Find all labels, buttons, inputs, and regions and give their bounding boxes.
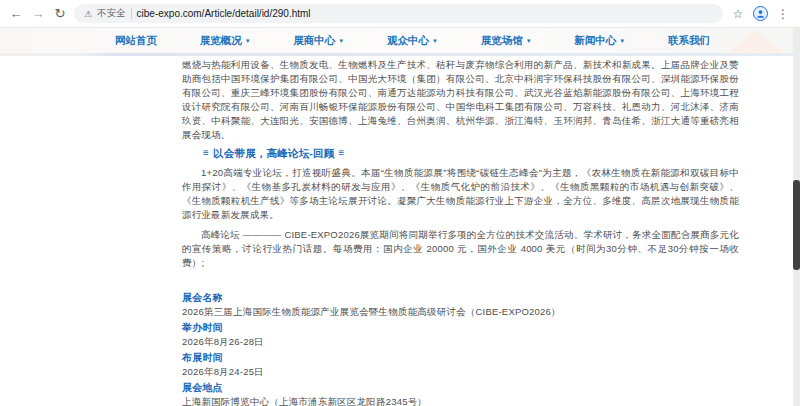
- nav-decoration: [726, 30, 786, 54]
- reload-icon[interactable]: ↻: [52, 6, 68, 22]
- section-exhibition-name: 展会名称 2026第三届上海国际生物质能源产业展览会暨生物质能高级研讨会（CIB…: [182, 291, 739, 319]
- profile-avatar[interactable]: [753, 6, 768, 21]
- section-event-dates: 举办时间 2026年8月26-28日: [182, 321, 739, 349]
- nav-item-visitor-center[interactable]: 观众中心 ▼: [387, 34, 438, 48]
- section-text: 2026年8月24-25日: [182, 365, 739, 379]
- section-text: 2026年8月26-28日: [182, 335, 739, 349]
- browser-menu-icon[interactable]: ⋮: [774, 7, 792, 21]
- chevron-down-icon: ▼: [619, 38, 625, 44]
- section-title: 举办时间: [182, 321, 739, 335]
- nav-item-label: 网站首页: [115, 34, 157, 48]
- person-icon: [756, 9, 765, 18]
- chevron-down-icon: ▼: [338, 38, 344, 44]
- page-scrollbar[interactable]: [793, 28, 800, 406]
- not-secure-label[interactable]: 不安全: [97, 7, 126, 20]
- forum-review-heading: ≡ 以会带展，高峰论坛-回顾 ≡: [182, 146, 739, 160]
- article-content: 燃烧与热能利用设备、生物质发电、生物燃料及生产技术、秸秆与废弃物综合利用的新产品…: [182, 58, 739, 406]
- chevron-down-icon: ▼: [432, 38, 438, 44]
- nav-item-label: 展览场馆: [481, 34, 523, 48]
- nav-item-label: 联系我们: [668, 34, 710, 48]
- forward-icon[interactable]: →: [30, 6, 46, 22]
- summit-paragraph: 高峰论坛 ———— CIBE-EXPO2026展览期间将同期举行多项的全方位的技…: [182, 228, 739, 270]
- address-bar-divider: [131, 8, 132, 19]
- nav-item-label: 观众中心: [387, 34, 429, 48]
- not-secure-warning-icon: ⚠: [84, 9, 92, 19]
- nav-item-label: 新闻中心: [574, 34, 616, 48]
- chevron-down-icon: ▼: [245, 38, 251, 44]
- nav-item-contact-us[interactable]: 联系我们: [668, 34, 710, 48]
- section-text: 上海新国际博览中心（上海市浦东新区区龙阳路2345号）: [182, 395, 739, 406]
- nav-item-label: 展商中心: [293, 34, 335, 48]
- forum-paragraph: 1+20高端专业论坛，打造视听盛典。本届“生物质能源展”将围绕“碳链生态峰会”为…: [182, 166, 739, 222]
- nav-item-home[interactable]: 网站首页: [115, 34, 157, 48]
- scrollbar-thumb[interactable]: [793, 180, 800, 270]
- section-title: 布展时间: [182, 351, 739, 365]
- heading-ornament-icon: ≡: [338, 146, 344, 160]
- heading-ornament-icon: ≡: [203, 146, 209, 160]
- intro-paragraph: 燃烧与热能利用设备、生物质发电、生物燃料及生产技术、秸秆与废弃物综合利用的新产品…: [182, 58, 739, 142]
- nav-item-news-center[interactable]: 新闻中心 ▼: [574, 34, 625, 48]
- site-navigation: 网站首页 展览概况 ▼ 展商中心 ▼ 观众中心 ▼ 展览场馆 ▼ 新闻中心 ▼ …: [0, 28, 800, 56]
- chevron-down-icon: ▼: [526, 38, 532, 44]
- forum-review-heading-text: 以会带展，高峰论坛-回顾: [213, 146, 334, 160]
- nav-item-exhibition-overview[interactable]: 展览概况 ▼: [200, 34, 251, 48]
- section-venue: 展会地点 上海新国际博览中心（上海市浦东新区区龙阳路2345号）: [182, 381, 739, 406]
- nav-item-exhibitor-center[interactable]: 展商中心 ▼: [293, 34, 344, 48]
- nav-item-exhibition-hall[interactable]: 展览场馆 ▼: [481, 34, 532, 48]
- section-text: 2026第三届上海国际生物质能源产业展览会暨生物质能高级研讨会（CIBE-EXP…: [182, 305, 739, 319]
- browser-toolbar: ← → ↻ ⚠ 不安全 cibe-expo.com/Article/detail…: [0, 0, 800, 28]
- back-icon[interactable]: ←: [8, 6, 24, 22]
- section-title: 展会地点: [182, 381, 739, 395]
- address-bar[interactable]: ⚠ 不安全 cibe-expo.com/Article/detail/id/29…: [74, 4, 723, 23]
- nav-item-label: 展览概况: [200, 34, 242, 48]
- article-page: 燃烧与热能利用设备、生物质发电、生物燃料及生产技术、秸秆与废弃物综合利用的新产品…: [0, 56, 800, 406]
- bookmark-star-icon[interactable]: ☆: [729, 7, 747, 21]
- url-text[interactable]: cibe-expo.com/Article/detail/id/290.html: [137, 8, 311, 19]
- section-title: 展会名称: [182, 291, 739, 305]
- section-setup-dates: 布展时间 2026年8月24-25日: [182, 351, 739, 379]
